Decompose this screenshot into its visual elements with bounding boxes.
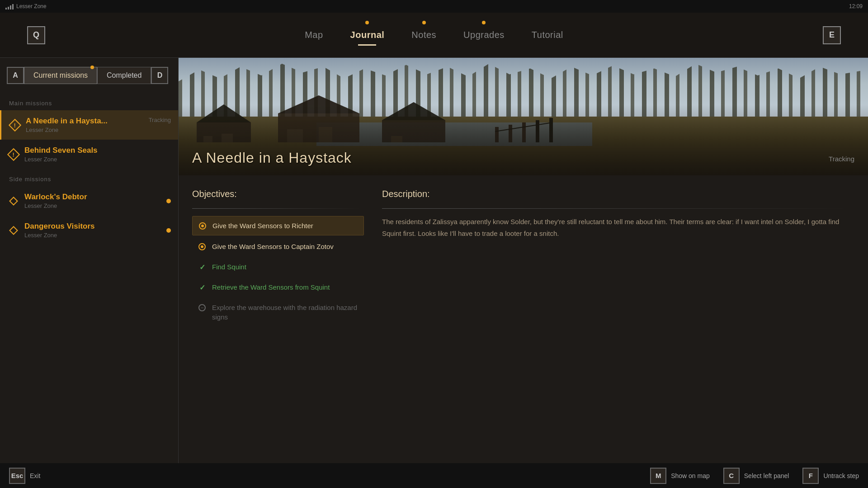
- top-bar: Lesser Zone 12:09: [0, 0, 868, 13]
- objective-item-4: ✓ Retrieve the Ward Sensors from Squint: [192, 278, 364, 296]
- warlock-mission-zone: Lesser Zone: [24, 202, 169, 209]
- description-text: The residents of Zalissya apparently kno…: [382, 216, 854, 239]
- warlock-dot: [166, 199, 171, 203]
- untrack-key: F: [802, 468, 819, 484]
- current-missions-key: A: [7, 67, 24, 84]
- show-map-key: M: [650, 468, 666, 484]
- obj4-check-icon: ✓: [199, 283, 205, 292]
- select-left-panel-action[interactable]: C Select left panel: [723, 468, 789, 484]
- obj3-icon: ✓: [198, 263, 207, 272]
- objective-item-1[interactable]: Give the Ward Sensors to Richter: [192, 216, 364, 235]
- dangerous-mission-name: Dangerous Visitors: [24, 222, 169, 231]
- needle-mission-info: A Needle in a Haysta... Lesser Zone: [26, 117, 169, 133]
- side-missions-label: Side missions: [0, 169, 178, 186]
- current-missions-dot: [90, 66, 94, 69]
- tab-tutorial[interactable]: Tutorial: [532, 26, 563, 44]
- nav-bar: Q Map Journal Notes Upgrades Tutorial E: [0, 13, 868, 58]
- show-on-map-action[interactable]: M Show on map: [650, 468, 710, 484]
- main-content: A Current missions Completed D Main miss…: [0, 58, 868, 463]
- clock: 12:09: [849, 3, 863, 9]
- show-map-label: Show on map: [671, 472, 710, 479]
- seven-seals-mission-name: Behind Seven Seals: [24, 146, 169, 155]
- obj5-icon: [198, 303, 207, 312]
- warlock-mission-info: Warlock's Debtor Lesser Zone: [24, 192, 169, 209]
- objectives-section: Objectives: Give the Ward Sensors to Ric…: [192, 189, 364, 450]
- mission-tab-bar: A Current missions Completed D: [0, 58, 178, 93]
- mission-item-seven-seals[interactable]: ! Behind Seven Seals Lesser Zone: [0, 140, 178, 169]
- main-missions-label: Main missions: [0, 93, 178, 110]
- exit-label: Exit: [30, 472, 40, 479]
- mission-details: Objectives: Give the Ward Sensors to Ric…: [179, 175, 868, 463]
- dangerous-mission-zone: Lesser Zone: [24, 232, 169, 239]
- description-divider: [382, 208, 854, 209]
- objectives-divider: [192, 208, 364, 209]
- banner-tracking: Tracking: [829, 155, 854, 163]
- obj3-text: Find Squint: [212, 262, 246, 272]
- nav-next-button[interactable]: E: [823, 26, 841, 44]
- obj4-icon: ✓: [198, 283, 207, 292]
- dangerous-dot: [166, 228, 171, 233]
- banner-title: A Needle in a Haystack: [192, 150, 352, 166]
- upgrades-dot: [482, 21, 486, 24]
- completed-missions-key: D: [151, 67, 168, 84]
- mission-item-dangerous[interactable]: Dangerous Visitors Lesser Zone: [0, 216, 178, 245]
- obj2-icon: [198, 242, 207, 251]
- status-left: Lesser Zone: [5, 3, 47, 9]
- nav-tabs: Map Journal Notes Upgrades Tutorial: [305, 26, 563, 44]
- left-panel: A Current missions Completed D Main miss…: [0, 58, 179, 463]
- bottom-bar: Esc Exit M Show on map C Select left pan…: [0, 463, 868, 488]
- obj3-check-icon: ✓: [199, 263, 205, 272]
- obj5-minus-icon: [198, 304, 206, 311]
- seven-seals-mission-zone: Lesser Zone: [24, 156, 169, 163]
- journal-dot: [365, 21, 369, 24]
- dangerous-mission-info: Dangerous Visitors Lesser Zone: [24, 222, 169, 239]
- right-panel: A Needle in a Haystack Tracking Objectiv…: [179, 58, 868, 463]
- objective-item-5: Explore the warehouse with the radiation…: [192, 298, 364, 326]
- obj4-text: Retrieve the Ward Sensors from Squint: [212, 282, 330, 292]
- select-panel-label: Select left panel: [744, 472, 789, 479]
- objective-item-3: ✓ Find Squint: [192, 258, 364, 276]
- mission-item-needle[interactable]: ! A Needle in a Haysta... Lesser Zone Tr…: [0, 110, 178, 140]
- dangerous-mission-icon: [9, 226, 18, 235]
- obj1-icon: [198, 221, 207, 230]
- current-missions-tab[interactable]: Current missions: [24, 67, 97, 84]
- mission-item-warlock[interactable]: Warlock's Debtor Lesser Zone: [0, 186, 178, 216]
- nav-prev-button[interactable]: Q: [27, 26, 45, 44]
- select-panel-key: C: [723, 468, 740, 484]
- mission-banner: A Needle in a Haystack Tracking: [179, 58, 868, 175]
- bottom-actions-right: M Show on map C Select left panel F Untr…: [650, 468, 859, 484]
- objective-item-2[interactable]: Give the Ward Sensors to Captain Zotov: [192, 237, 364, 256]
- seven-seals-mission-info: Behind Seven Seals Lesser Zone: [24, 146, 169, 163]
- notes-dot: [422, 21, 426, 24]
- warlock-mission-icon: [9, 197, 18, 206]
- seven-seals-mission-icon: !: [9, 150, 18, 159]
- exit-key: Esc: [9, 468, 25, 484]
- objectives-title: Objectives:: [192, 189, 364, 199]
- needle-mission-name: A Needle in a Haysta...: [26, 117, 169, 126]
- tab-notes[interactable]: Notes: [411, 26, 436, 44]
- description-section: Description: The residents of Zalissya a…: [382, 189, 854, 450]
- description-title: Description:: [382, 189, 854, 199]
- untrack-step-action[interactable]: F Untrack step: [802, 468, 859, 484]
- signal-icon: [5, 3, 14, 9]
- needle-tracking-label: Tracking: [149, 117, 171, 123]
- needle-mission-icon: !: [10, 121, 19, 130]
- obj2-text: Give the Ward Sensors to Captain Zotov: [212, 242, 334, 251]
- tab-map[interactable]: Map: [305, 26, 323, 44]
- tab-upgrades[interactable]: Upgrades: [463, 26, 505, 44]
- completed-missions-tab[interactable]: Completed: [97, 67, 151, 84]
- untrack-label: Untrack step: [823, 472, 859, 479]
- needle-mission-zone: Lesser Zone: [26, 127, 169, 133]
- obj5-text: Explore the warehouse with the radiation…: [212, 303, 359, 322]
- warlock-mission-name: Warlock's Debtor: [24, 192, 169, 202]
- tab-journal[interactable]: Journal: [350, 26, 385, 44]
- exit-action[interactable]: Esc Exit: [9, 468, 40, 484]
- app-name: Lesser Zone: [16, 3, 47, 9]
- obj1-text: Give the Ward Sensors to Richter: [212, 221, 313, 230]
